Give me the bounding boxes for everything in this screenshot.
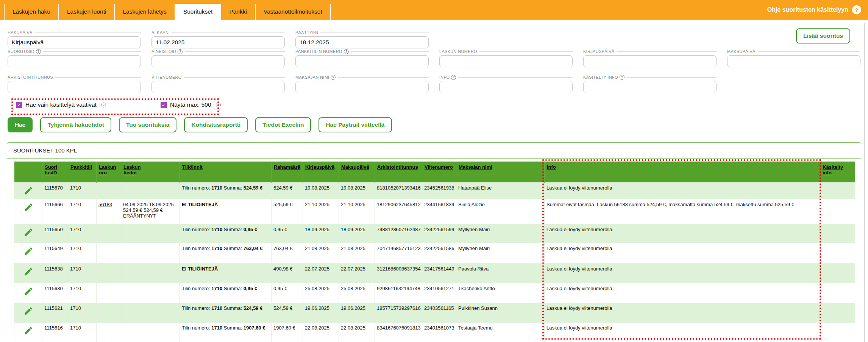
suoritusid-input[interactable] [8, 55, 141, 67]
info-input[interactable] [439, 81, 573, 93]
aineistoid-input[interactable] [151, 55, 285, 67]
maksajan-nimi-input[interactable] [295, 81, 429, 93]
info-icon[interactable]: ? [620, 75, 624, 80]
maksupaiva-input[interactable] [727, 55, 860, 67]
pankkitilin-numero-input[interactable] [295, 55, 429, 67]
cell-pankkitili: 1710 [68, 322, 97, 342]
field-label-row: AINEISTOID? [151, 48, 285, 54]
column-header-rahamaara[interactable]: Rahamäärä [272, 162, 303, 182]
label-line [351, 51, 429, 52]
column-header-maksupaiva[interactable]: Maksupäivä [339, 162, 375, 182]
column-header-kirjauspaiva[interactable]: Kirjauspäivä [303, 162, 339, 182]
field-pankkitilin-numero: PANKKITILIN NUMERO? [295, 48, 429, 67]
info-icon[interactable]: ? [344, 49, 349, 54]
cell-suoritus-id: 1115649 [42, 243, 68, 263]
checkbox-checked-icon[interactable]: ✓ [161, 102, 167, 108]
tab-pankki[interactable]: Pankki [221, 4, 256, 20]
edit-pencil-button[interactable] [23, 286, 33, 297]
tab-laskujen-lahetys[interactable]: Laskujen lähetys [115, 4, 175, 20]
info-icon[interactable]: ? [101, 103, 106, 107]
search-row-2: SUORITUSID?AINEISTOID?PANKKITILIN NUMERO… [8, 48, 860, 67]
cell-pankkitili: 1710 [68, 199, 97, 224]
tab-vastaanottoilmoitukset[interactable]: Vastaanottoilmoitukset [256, 4, 331, 20]
paattyen-input[interactable] [295, 36, 429, 48]
label-line [627, 77, 717, 78]
column-header-laskun-nro[interactable]: Laskun nro [97, 162, 121, 182]
info-icon[interactable]: ? [36, 49, 41, 54]
add-payment-button[interactable]: Lisää suoritus [796, 28, 850, 44]
kohdistusraportti-button[interactable]: Kohdistusraportti [184, 117, 248, 132]
field-label: LASKUN NUMERO [439, 49, 477, 54]
field-label-row: ARKISTOINTITUNNUS [8, 74, 141, 80]
search-row-3: ARKISTOINTITUNNUSVIITENUMEROMAKSAJAN NIM… [8, 74, 860, 93]
column-header-info[interactable]: Info [545, 162, 820, 182]
edit-pencil-button[interactable] [23, 326, 33, 337]
field-maksupaiva: MAKSUPÄIVÄ [727, 48, 860, 67]
label-line [35, 33, 141, 33]
info-icon[interactable]: ? [178, 49, 183, 54]
checkbox-nayta-max-500[interactable]: ✓Näytä max. 500? [161, 101, 221, 108]
column-header-tilioinnit[interactable]: Tiliöinnit [180, 162, 272, 182]
alkaen-input[interactable] [151, 36, 285, 48]
cell-rahamaara: 525,59 € [272, 199, 303, 224]
cell-laskun-tiedot [121, 224, 180, 243]
info-icon[interactable]: ? [331, 75, 336, 80]
column-header-arkistointitunnus[interactable]: Arkistointitunnus [375, 162, 422, 182]
kirjauspaiva-input[interactable] [583, 55, 717, 67]
cell-arkistointitunnus: 1857715739297616 [375, 303, 422, 322]
edit-pencil-button[interactable] [23, 267, 33, 278]
label-line [758, 51, 860, 52]
cell-kasitelty-info [820, 182, 855, 199]
help-link[interactable]: Ohje suoritusten käsittelyyn ? [767, 0, 868, 20]
label-line [171, 33, 285, 33]
edit-cell [14, 303, 42, 322]
column-header-laskun-tiedot[interactable]: Laskun tiedot [121, 162, 180, 182]
hakupaiva-input[interactable] [8, 36, 141, 48]
column-header-viitenumero[interactable]: Viitenumero [422, 162, 456, 182]
column-header-kasitelty-info[interactable]: Käsitelty info [820, 162, 855, 182]
tab-laskujen-luonti[interactable]: Laskujen luonti [59, 4, 115, 20]
pencil-icon [23, 326, 33, 336]
cell-rahamaara: 490,98 € [272, 263, 303, 283]
cell-suoritus-id: 1115630 [42, 283, 68, 303]
results-body: Suori tusIDPankkitiliLaskun nroLaskun ti… [7, 159, 861, 342]
checkbox-hae-vain-kasittelya-vaativat[interactable]: ✓Hae vain käsittelyä vaativat? [16, 101, 106, 108]
hae-paytrail-viitteella-button[interactable]: Hae Paytrail viitteellä [318, 117, 392, 132]
cell-info: Laskua ei löydy viitenumerolla [545, 224, 820, 243]
results-title: SUORITUKSET 100 KPL [7, 143, 861, 159]
edit-pencil-button[interactable] [23, 306, 33, 317]
checkbox-checked-icon[interactable]: ✓ [16, 102, 22, 108]
hae-button[interactable]: Hae [8, 117, 33, 132]
column-header-pankkitili[interactable]: Pankkitili [68, 162, 97, 182]
edit-pencil-button[interactable] [23, 202, 33, 213]
scrollbar-track[interactable] [864, 23, 865, 342]
cell-laskun-tiedot: 04.09.2025 18.09.2025 524,59 € 524,59 € … [121, 199, 180, 224]
edit-pencil-button[interactable] [23, 227, 33, 238]
cell-kirjauspaiva: 22.08.2025 [303, 322, 339, 342]
field-label-row: PÄÄTTYEN [295, 30, 429, 36]
info-icon[interactable]: ? [216, 103, 221, 107]
viitenumero-input[interactable] [151, 81, 285, 93]
column-header-suori-tusid[interactable]: Suori tusID [42, 162, 68, 182]
label-line [479, 51, 573, 52]
edit-pencil-button[interactable] [23, 186, 33, 197]
tiedot-exceliin-button[interactable]: Tiedot Exceliin [255, 117, 311, 132]
column-header-maksajan-nimi[interactable]: Maksajan nimi [456, 162, 545, 182]
cell-info: Laskua ei löydy viitenumerolla [545, 283, 820, 303]
laskun-numero-input[interactable] [439, 55, 573, 67]
field-aineistoid: AINEISTOID? [151, 48, 285, 67]
tab-suoritukset[interactable]: Suoritukset [175, 4, 222, 20]
tuo-suorituksia-button[interactable]: Tuo suorituksia [119, 117, 176, 132]
tyhjenna-hakuehdot-button[interactable]: Tyhjennä hakuehdot [40, 117, 111, 132]
tab-laskujen-haku[interactable]: Laskujen haku [5, 4, 59, 20]
kasitelty-info-input[interactable] [583, 81, 717, 93]
field-suoritusid: SUORITUSID? [8, 48, 141, 67]
edit-pencil-button[interactable] [23, 246, 33, 257]
invoice-number-link[interactable]: 56183 [98, 202, 112, 207]
field-label-row: KIRJAUSPÄIVÄ [583, 48, 717, 54]
help-question-icon[interactable]: ? [852, 5, 861, 14]
payments-page: Laskujen hakuLaskujen luontiLaskujen läh… [0, 0, 868, 342]
arkistointitunnus-input[interactable] [8, 81, 141, 93]
cell-rahamaara: 524,59 € [272, 303, 303, 322]
info-icon[interactable]: ? [451, 75, 456, 80]
